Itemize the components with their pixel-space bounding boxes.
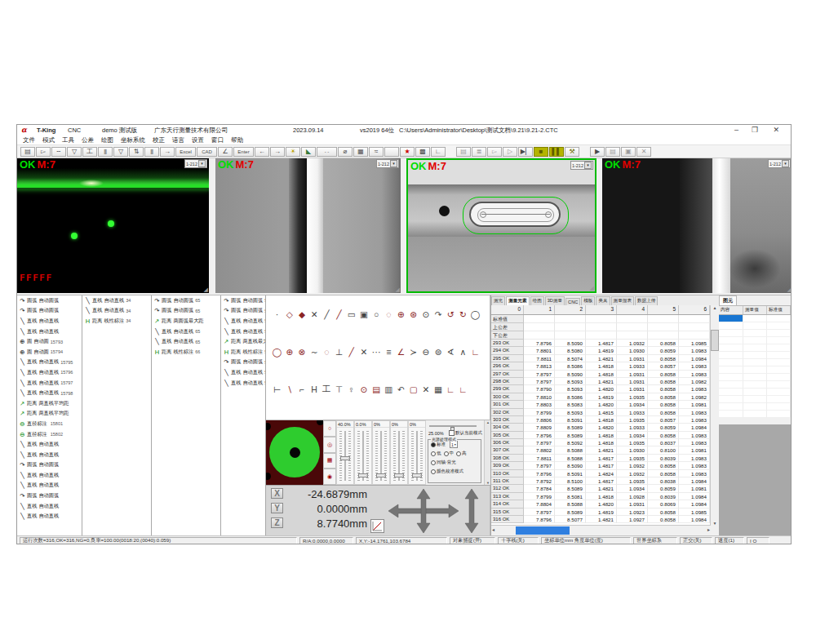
measure-item[interactable]: H距离线性标注34 [82, 316, 151, 326]
toolbar-button-stage-up[interactable]: 工 [82, 147, 97, 157]
toolbar-button-lamp[interactable]: ☀ [286, 147, 300, 157]
result-row[interactable]: 311 OK7.87928.51001.48171.09350.80381.09… [491, 477, 711, 485]
close-button[interactable]: ✕ [773, 126, 779, 134]
measure-item[interactable]: ╲直线自动直线55 [221, 367, 265, 378]
palette-tool-icon[interactable]: ⊜ [432, 347, 444, 357]
slider-thumb[interactable] [340, 456, 350, 460]
chevron-down-icon[interactable]: ▾ [584, 162, 592, 169]
scroll-down-icon[interactable]: ▼ [711, 521, 719, 526]
light-panel-scrollbar[interactable]: ▲ ▼ [484, 420, 490, 485]
measure-item[interactable]: ╲直线自动直线34 [82, 295, 151, 306]
measure-item[interactable]: ⊕圆自动圆15794 [17, 347, 82, 358]
toolbar-button-terrain[interactable]: ◣ [301, 147, 316, 157]
resize-grip-icon[interactable]: ◢ [590, 285, 594, 291]
jog-arrows[interactable] [387, 487, 485, 538]
slider-thumb[interactable] [376, 473, 386, 477]
measure-item[interactable]: ╲直线自动直线 [17, 326, 82, 337]
element-row[interactable] [719, 411, 792, 418]
light-mode-radio[interactable]: 颜色校准模式 [431, 469, 463, 474]
menu-item-设置[interactable]: 设置 [192, 136, 204, 144]
light-mode-radio[interactable]: 低 [431, 451, 441, 456]
palette-tool-icon[interactable]: ◇ [283, 309, 295, 319]
light-mode-radio[interactable]: 标准 [431, 442, 446, 447]
measure-item[interactable]: ╲直线自动直线55 [221, 316, 265, 326]
toolbar-button-save-2[interactable]: ▤ [605, 147, 620, 157]
palette-tool-icon[interactable]: Η [308, 384, 321, 394]
scroll-right-icon[interactable]: ▸ [707, 526, 710, 535]
status-segment-8[interactable]: 速度(1) [715, 537, 744, 544]
palette-tool-icon[interactable]: ⊗ [295, 347, 308, 357]
toolbar-button-stop[interactable]: ■ [534, 147, 548, 157]
measure-item[interactable]: H距离线性标注55 [221, 347, 265, 358]
menu-item-窗口[interactable]: 窗口 [211, 136, 224, 144]
chevron-down-icon[interactable]: ▾ [390, 160, 397, 167]
element-row[interactable] [719, 344, 792, 352]
toolbar-button-cad-export[interactable]: CAD [197, 147, 217, 157]
menu-item-语言[interactable]: 语言 [172, 136, 184, 144]
palette-tool-icon[interactable]: ≡ [383, 347, 395, 357]
camera-select-dropdown[interactable]: 1-212▾ [376, 159, 399, 168]
measure-item[interactable]: ╲直线自动直线15796 [17, 367, 82, 378]
result-row[interactable]: 301 OK7.88038.50831.48201.09340.80581.09… [491, 401, 711, 408]
measure-item[interactable]: ╲直线自动直线 [17, 511, 82, 522]
radio-icon[interactable] [456, 451, 461, 456]
master-brightness-slider[interactable] [429, 425, 477, 427]
toolbar-button-folder-run[interactable]: ▻ [487, 147, 502, 157]
chart-button[interactable] [370, 519, 384, 533]
measure-item[interactable]: ╲直线自动直线65 [152, 336, 220, 347]
palette-tool-icon[interactable]: ✕ [419, 384, 432, 394]
toolbar-button-save-gray[interactable]: ▤ [456, 147, 471, 157]
menu-item-校正[interactable]: 校正 [153, 136, 165, 144]
palette-tool-icon[interactable]: ◆ [295, 309, 308, 319]
palette-tool-icon[interactable]: ◌ [383, 309, 395, 319]
palette-tool-icon[interactable]: ≻ [407, 347, 419, 357]
palette-tool-icon[interactable]: ⊖ [419, 347, 432, 357]
toolbar-button-ramp[interactable]: ∠ [218, 147, 233, 157]
result-row[interactable]: 295 OK7.88118.50741.48211.09310.80581.09… [491, 355, 711, 362]
result-row[interactable]: 314 OK7.88048.50881.48201.09310.80691.09… [491, 500, 711, 508]
toolbar-button-dither[interactable]: ▩ [415, 147, 430, 157]
element-row[interactable] [719, 403, 792, 411]
palette-tool-icon[interactable]: ∠ [395, 347, 407, 357]
result-row[interactable]: 310 OK7.87968.50911.48241.09320.80581.09… [491, 470, 711, 477]
measure-item[interactable]: ↗距离两圆弧最大距 [152, 316, 220, 326]
palette-tool-icon[interactable]: ∟ [469, 347, 481, 357]
result-row[interactable]: 302 OK7.87998.50931.48151.09330.80581.09… [491, 409, 711, 416]
palette-tool-icon[interactable]: ╱ [321, 309, 333, 319]
palette-tool-icon[interactable]: ⊛ [407, 309, 419, 319]
palette-tool-icon[interactable]: ◌ [321, 347, 333, 357]
toolbar-button-gray-block[interactable]: ▮ [98, 147, 113, 157]
palette-tool-icon[interactable]: ⊕ [395, 309, 407, 319]
toolbar-button-move-right[interactable]: → [160, 147, 175, 157]
measure-item[interactable]: ⊖直径标注15801 [17, 419, 82, 429]
palette-tool-icon[interactable]: ∼ [308, 347, 321, 357]
palette-tool-icon[interactable]: · [271, 309, 283, 319]
result-row[interactable]: 307 OK7.88028.50881.48211.09300.81001.09… [491, 446, 711, 454]
results-tab-2[interactable]: 绘图 [530, 296, 544, 305]
toolbar-button-blank[interactable] [384, 147, 399, 157]
minimize-button[interactable]: – [734, 126, 738, 134]
scrollbar-thumb[interactable] [711, 330, 719, 351]
camera-select-dropdown[interactable]: 1-212▾ [184, 159, 207, 168]
menu-item-模式[interactable]: 模式 [42, 136, 55, 144]
element-row[interactable] [719, 322, 792, 330]
toolbar-button-play-gray[interactable]: ▷ [503, 147, 517, 157]
menu-item-绘图[interactable]: 绘图 [101, 136, 113, 144]
measure-item[interactable]: ╲直线自动直线34 [82, 306, 151, 317]
palette-tool-icon[interactable]: ∧ [457, 347, 469, 357]
camera-view-2[interactable]: OKM:7 1-212▾ ◢ [215, 158, 401, 293]
measure-item[interactable]: ↗距离两直线最大距 [221, 336, 265, 347]
camera-select-dropdown[interactable]: 1-212▾ [570, 161, 593, 170]
toolbar-button-lasso[interactable]: ≈ [369, 147, 384, 157]
results-tab-3[interactable]: 3D测量 [545, 296, 565, 305]
toolbar-button-magnifier[interactable]: ⌀ [338, 147, 353, 157]
toolbar-button-print[interactable]: ▣ [621, 147, 636, 157]
toolbar-button-stage-down[interactable]: ⇅ [129, 147, 144, 157]
measure-item[interactable]: ↷圆弧自动圆弧65 [152, 306, 220, 317]
palette-tool-icon[interactable]: ↷ [432, 309, 444, 319]
results-tab-5[interactable]: 模板 [581, 296, 595, 305]
measure-item[interactable]: ↗距离两直线平均距 [17, 409, 82, 420]
element-row[interactable] [719, 352, 792, 359]
element-row[interactable] [719, 366, 792, 374]
tab-element[interactable]: 图元 [719, 295, 737, 305]
